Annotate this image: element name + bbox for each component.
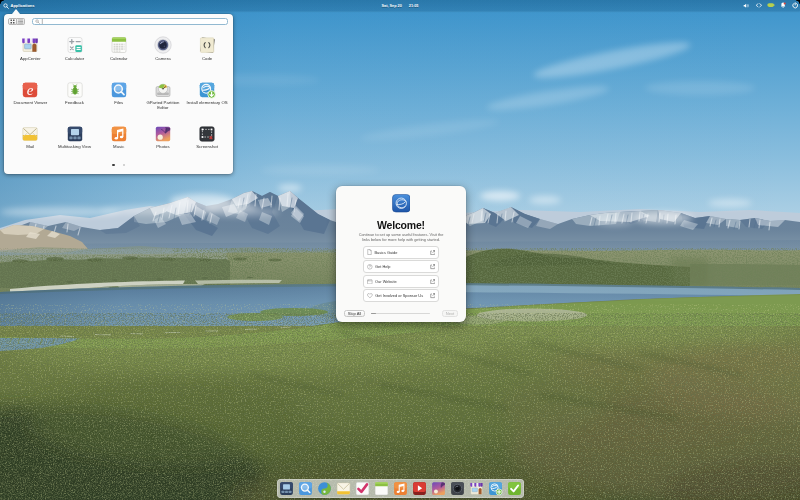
svg-text:?: ? — [369, 265, 371, 269]
svg-text:e: e — [27, 82, 34, 98]
